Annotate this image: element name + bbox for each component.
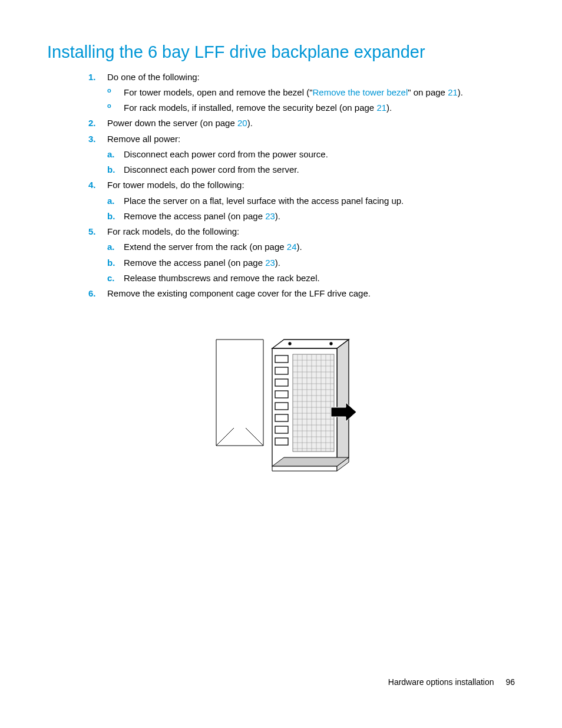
- text: ).: [275, 258, 280, 268]
- svg-point-0: [289, 342, 291, 345]
- text: Extend the server from the rack (on page: [124, 242, 287, 252]
- step-4: 4. For tower models, do the following: a…: [88, 177, 515, 224]
- link-remove-tower-bezel[interactable]: Remove the tower bezel: [313, 87, 408, 97]
- page-ref-21[interactable]: 21: [448, 87, 458, 97]
- text: ).: [458, 87, 463, 97]
- substep-letter: a.: [107, 147, 115, 162]
- text: For rack models, if installed, remove th…: [124, 103, 376, 113]
- text: ).: [386, 103, 392, 113]
- step-2: 2. Power down the server (on page 20).: [88, 116, 515, 131]
- text: ).: [275, 211, 280, 221]
- step-number: 4.: [88, 177, 96, 193]
- step-text: Do one of the following:: [107, 72, 200, 82]
- substep-letter: a.: [107, 193, 115, 209]
- bullet-tower: For tower models, open and remove the be…: [107, 85, 515, 100]
- step-number: 5.: [88, 224, 96, 239]
- text: Disconnect each power cord from the powe…: [124, 149, 328, 159]
- svg-rect-4: [275, 379, 288, 386]
- svg-rect-3: [275, 367, 288, 374]
- procedure-list: 1. Do one of the following: For tower mo…: [47, 70, 515, 302]
- footer-page-number: 96: [505, 677, 515, 687]
- text: Release thumbscrews and remove the rack …: [124, 273, 320, 283]
- svg-rect-6: [275, 403, 288, 410]
- bullet-rack: For rack models, if installed, remove th…: [107, 100, 515, 116]
- substep-letter: b.: [107, 209, 115, 224]
- page-title: Installing the 6 bay LFF drive backplane…: [47, 41, 515, 64]
- step-number: 2.: [88, 116, 96, 131]
- svg-rect-5: [275, 391, 288, 398]
- page-footer: Hardware options installation 96: [388, 675, 515, 690]
- substep-4b: b. Remove the access panel (on page 23).: [107, 209, 515, 224]
- page-ref-23[interactable]: 23: [265, 258, 275, 268]
- svg-rect-9: [275, 438, 288, 445]
- text: Remove the access panel (on page: [124, 211, 265, 221]
- substep-letter: b.: [107, 255, 115, 271]
- page-ref-20[interactable]: 20: [237, 118, 247, 128]
- svg-rect-7: [275, 414, 288, 421]
- substep-3b: b. Disconnect each power cord from the s…: [107, 162, 515, 177]
- step-5: 5. For rack models, do the following: a.…: [88, 224, 515, 286]
- figure-drive-cage: [47, 331, 515, 484]
- step-number: 1.: [88, 70, 96, 85]
- text: Disconnect each power cord from the serv…: [124, 164, 299, 174]
- step-text: Remove the existing component cage cover…: [107, 288, 371, 298]
- step-number: 6.: [88, 286, 96, 301]
- substep-letter: a.: [107, 239, 115, 255]
- substep-5a: a. Extend the server from the rack (on p…: [107, 239, 515, 255]
- footer-section: Hardware options installation: [388, 677, 494, 687]
- substep-5b: b. Remove the access panel (on page 23).: [107, 255, 515, 271]
- page-ref-23[interactable]: 23: [265, 211, 275, 221]
- step-1: 1. Do one of the following: For tower mo…: [88, 70, 515, 116]
- text: Place the server on a flat, level surfac…: [124, 196, 404, 206]
- svg-rect-2: [275, 355, 288, 363]
- drive-cage-illustration-icon: [204, 331, 358, 484]
- step-6: 6. Remove the existing component cage co…: [88, 286, 515, 301]
- step-text: For tower models, do the following:: [107, 180, 244, 190]
- substep-4a: a. Place the server on a flat, level sur…: [107, 193, 515, 209]
- page-ref-21[interactable]: 21: [376, 103, 386, 113]
- text: " on page: [408, 87, 448, 97]
- text: ).: [247, 118, 253, 128]
- svg-point-1: [330, 342, 332, 345]
- substep-5c: c. Release thumbscrews and remove the ra…: [107, 271, 515, 286]
- substep-letter: c.: [107, 271, 115, 286]
- text: Remove the access panel (on page: [124, 258, 265, 268]
- step-text: For rack models, do the following:: [107, 226, 239, 236]
- substep-3a: a. Disconnect each power cord from the p…: [107, 147, 515, 162]
- step-text: Remove all power:: [107, 134, 180, 144]
- substep-letter: b.: [107, 162, 115, 177]
- text: For tower models, open and remove the be…: [124, 87, 313, 97]
- page-ref-24[interactable]: 24: [287, 242, 297, 252]
- svg-rect-8: [275, 426, 288, 433]
- step-3: 3. Remove all power: a. Disconnect each …: [88, 131, 515, 178]
- step-number: 3.: [88, 131, 96, 147]
- text: ).: [297, 242, 302, 252]
- text: Power down the server (on page: [107, 118, 237, 128]
